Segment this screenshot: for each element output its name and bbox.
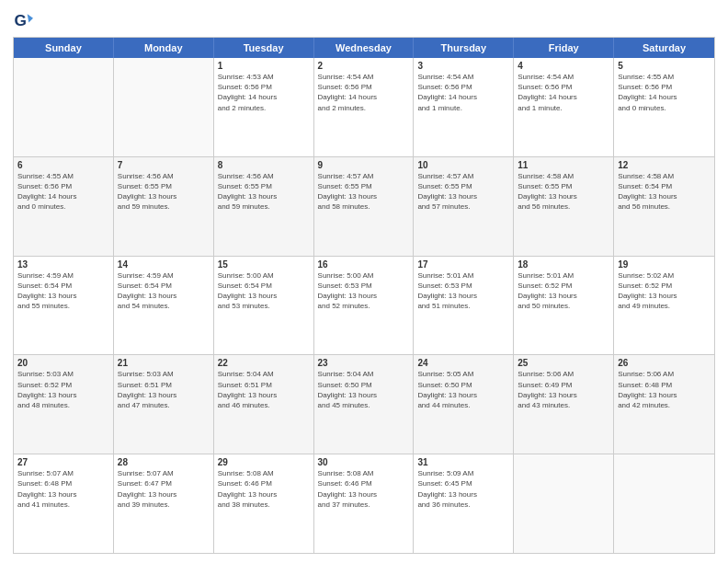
calendar-cell-13: 13Sunrise: 4:59 AM Sunset: 6:54 PM Dayli… [14, 257, 114, 355]
day-detail: Sunrise: 5:06 AM Sunset: 6:48 PM Dayligh… [618, 369, 711, 410]
calendar-cell-14: 14Sunrise: 4:59 AM Sunset: 6:54 PM Dayli… [114, 257, 214, 355]
logo-icon: G [13, 11, 33, 31]
calendar-cell-7: 7Sunrise: 4:56 AM Sunset: 6:55 PM Daylig… [114, 157, 214, 256]
header-day-wednesday: Wednesday [314, 38, 415, 58]
calendar: SundayMondayTuesdayWednesdayThursdayFrid… [13, 37, 715, 554]
day-detail: Sunrise: 5:06 AM Sunset: 6:49 PM Dayligh… [518, 369, 609, 410]
day-detail: Sunrise: 4:57 AM Sunset: 6:55 PM Dayligh… [318, 171, 410, 213]
day-detail: Sunrise: 5:00 AM Sunset: 6:54 PM Dayligh… [218, 270, 310, 312]
day-number: 30 [318, 457, 410, 467]
day-number: 7 [118, 160, 210, 170]
day-detail: Sunrise: 4:59 AM Sunset: 6:54 PM Dayligh… [118, 270, 210, 312]
header: G [13, 11, 715, 31]
header-day-monday: Monday [114, 38, 214, 58]
day-number: 27 [17, 457, 109, 467]
calendar-cell-20: 20Sunrise: 5:03 AM Sunset: 6:52 PM Dayli… [14, 355, 114, 454]
day-number: 3 [417, 61, 509, 71]
calendar-cell-22: 22Sunrise: 5:04 AM Sunset: 6:51 PM Dayli… [214, 355, 314, 454]
calendar-cell-8: 8Sunrise: 4:56 AM Sunset: 6:55 PM Daylig… [214, 157, 314, 256]
day-number: 31 [417, 457, 509, 467]
calendar-cell-3: 3Sunrise: 4:54 AM Sunset: 6:56 PM Daylig… [414, 58, 514, 156]
day-number: 24 [417, 358, 509, 368]
page: G SundayMondayTuesdayWednesdayThursdayFr… [0, 0, 728, 563]
day-detail: Sunrise: 4:54 AM Sunset: 6:56 PM Dayligh… [318, 72, 410, 113]
calendar-cell-31: 31Sunrise: 5:09 AM Sunset: 6:45 PM Dayli… [414, 454, 514, 553]
calendar-cell-10: 10Sunrise: 4:57 AM Sunset: 6:55 PM Dayli… [414, 157, 514, 256]
day-number: 13 [17, 259, 109, 270]
day-number: 21 [118, 358, 210, 368]
day-detail: Sunrise: 4:53 AM Sunset: 6:56 PM Dayligh… [218, 72, 310, 113]
day-detail: Sunrise: 5:08 AM Sunset: 6:46 PM Dayligh… [218, 468, 310, 510]
calendar-cell-4: 4Sunrise: 4:54 AM Sunset: 6:56 PM Daylig… [514, 58, 614, 156]
calendar-cell-17: 17Sunrise: 5:01 AM Sunset: 6:53 PM Dayli… [414, 257, 514, 355]
day-detail: Sunrise: 4:54 AM Sunset: 6:56 PM Dayligh… [518, 72, 609, 113]
day-number: 8 [218, 160, 310, 170]
calendar-row-2: 6Sunrise: 4:55 AM Sunset: 6:56 PM Daylig… [14, 156, 714, 256]
day-detail: Sunrise: 5:00 AM Sunset: 6:53 PM Dayligh… [318, 270, 410, 312]
day-detail: Sunrise: 4:58 AM Sunset: 6:54 PM Dayligh… [618, 171, 711, 213]
day-detail: Sunrise: 5:04 AM Sunset: 6:51 PM Dayligh… [218, 369, 310, 410]
calendar-cell-6: 6Sunrise: 4:55 AM Sunset: 6:56 PM Daylig… [14, 157, 114, 256]
day-detail: Sunrise: 5:05 AM Sunset: 6:50 PM Dayligh… [417, 369, 509, 410]
svg-marker-1 [28, 14, 33, 22]
day-number: 1 [218, 61, 310, 71]
calendar-row-5: 27Sunrise: 5:07 AM Sunset: 6:48 PM Dayli… [14, 454, 714, 553]
calendar-cell-25: 25Sunrise: 5:06 AM Sunset: 6:49 PM Dayli… [514, 355, 614, 454]
day-detail: Sunrise: 4:55 AM Sunset: 6:56 PM Dayligh… [618, 72, 711, 113]
day-detail: Sunrise: 4:59 AM Sunset: 6:54 PM Dayligh… [17, 270, 109, 312]
header-day-thursday: Thursday [414, 38, 514, 58]
day-number: 26 [618, 358, 711, 368]
day-detail: Sunrise: 4:56 AM Sunset: 6:55 PM Dayligh… [118, 171, 210, 213]
day-number: 23 [318, 358, 410, 368]
day-number: 18 [518, 259, 609, 270]
calendar-cell-16: 16Sunrise: 5:00 AM Sunset: 6:53 PM Dayli… [314, 257, 415, 355]
calendar-cell-27: 27Sunrise: 5:07 AM Sunset: 6:48 PM Dayli… [14, 454, 114, 553]
day-number: 10 [417, 160, 509, 170]
calendar-cell-26: 26Sunrise: 5:06 AM Sunset: 6:48 PM Dayli… [614, 355, 714, 454]
day-number: 15 [218, 259, 310, 270]
calendar-cell-21: 21Sunrise: 5:03 AM Sunset: 6:51 PM Dayli… [114, 355, 214, 454]
day-detail: Sunrise: 4:56 AM Sunset: 6:55 PM Dayligh… [218, 171, 310, 213]
calendar-cell-empty [614, 454, 714, 553]
day-number: 19 [618, 259, 711, 270]
header-day-friday: Friday [514, 38, 614, 58]
calendar-cell-empty [114, 58, 214, 156]
calendar-cell-18: 18Sunrise: 5:01 AM Sunset: 6:52 PM Dayli… [514, 257, 614, 355]
calendar-cell-11: 11Sunrise: 4:58 AM Sunset: 6:55 PM Dayli… [514, 157, 614, 256]
day-detail: Sunrise: 4:55 AM Sunset: 6:56 PM Dayligh… [17, 171, 109, 213]
day-number: 25 [518, 358, 609, 368]
day-detail: Sunrise: 4:57 AM Sunset: 6:55 PM Dayligh… [417, 171, 509, 213]
day-detail: Sunrise: 5:02 AM Sunset: 6:52 PM Dayligh… [618, 270, 711, 312]
svg-text:G: G [15, 11, 27, 29]
calendar-cell-30: 30Sunrise: 5:08 AM Sunset: 6:46 PM Dayli… [314, 454, 415, 553]
header-day-tuesday: Tuesday [214, 38, 314, 58]
day-detail: Sunrise: 5:08 AM Sunset: 6:46 PM Dayligh… [318, 468, 410, 510]
day-number: 22 [218, 358, 310, 368]
calendar-cell-29: 29Sunrise: 5:08 AM Sunset: 6:46 PM Dayli… [214, 454, 314, 553]
calendar-cell-24: 24Sunrise: 5:05 AM Sunset: 6:50 PM Dayli… [414, 355, 514, 454]
day-number: 11 [518, 160, 609, 170]
day-number: 12 [618, 160, 711, 170]
calendar-cell-2: 2Sunrise: 4:54 AM Sunset: 6:56 PM Daylig… [314, 58, 415, 156]
day-detail: Sunrise: 5:09 AM Sunset: 6:45 PM Dayligh… [417, 468, 509, 510]
calendar-row-4: 20Sunrise: 5:03 AM Sunset: 6:52 PM Dayli… [14, 354, 714, 454]
day-detail: Sunrise: 4:58 AM Sunset: 6:55 PM Dayligh… [518, 171, 609, 213]
calendar-cell-15: 15Sunrise: 5:00 AM Sunset: 6:54 PM Dayli… [214, 257, 314, 355]
calendar-cell-23: 23Sunrise: 5:04 AM Sunset: 6:50 PM Dayli… [314, 355, 415, 454]
calendar-row-1: 1Sunrise: 4:53 AM Sunset: 6:56 PM Daylig… [14, 58, 714, 156]
day-number: 16 [318, 259, 410, 270]
day-number: 29 [218, 457, 310, 467]
calendar-cell-28: 28Sunrise: 5:07 AM Sunset: 6:47 PM Dayli… [114, 454, 214, 553]
day-detail: Sunrise: 4:54 AM Sunset: 6:56 PM Dayligh… [417, 72, 509, 113]
day-detail: Sunrise: 5:03 AM Sunset: 6:52 PM Dayligh… [17, 369, 109, 410]
calendar-cell-9: 9Sunrise: 4:57 AM Sunset: 6:55 PM Daylig… [314, 157, 415, 256]
header-day-saturday: Saturday [614, 38, 714, 58]
day-number: 4 [518, 61, 609, 71]
day-detail: Sunrise: 5:04 AM Sunset: 6:50 PM Dayligh… [318, 369, 410, 410]
day-number: 6 [17, 160, 109, 170]
day-detail: Sunrise: 5:07 AM Sunset: 6:47 PM Dayligh… [118, 468, 210, 510]
calendar-cell-12: 12Sunrise: 4:58 AM Sunset: 6:54 PM Dayli… [614, 157, 714, 256]
day-number: 5 [618, 61, 711, 71]
calendar-header: SundayMondayTuesdayWednesdayThursdayFrid… [14, 38, 714, 58]
calendar-cell-empty [14, 58, 114, 156]
